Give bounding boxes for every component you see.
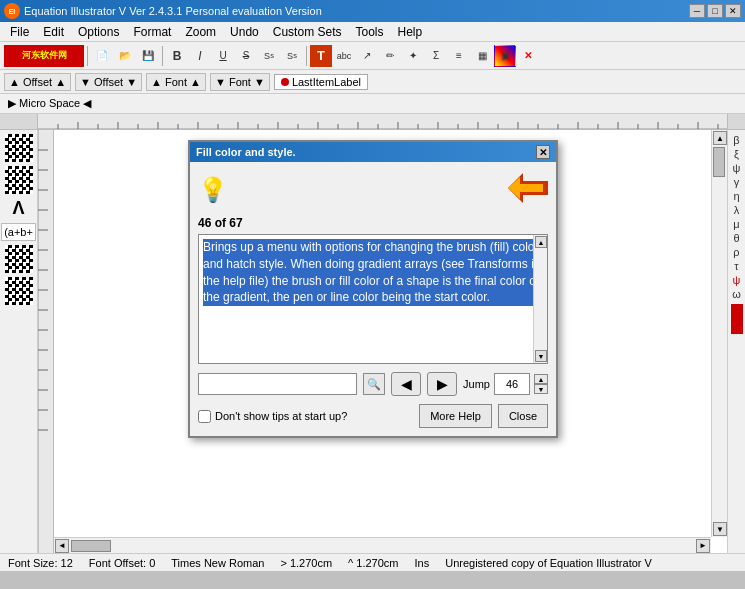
font-up-label: ▲ Font ▲ [151,76,201,88]
font-offset-label: Font Offset: 0 [89,557,155,569]
greek-omega[interactable]: ω [729,288,745,300]
toolbar-main: 河东软件网 📄 📂 💾 B I U S Ss Ss T abc ↗ ✏ ✦ Σ … [0,42,745,70]
scroll-right-btn[interactable]: ► [696,539,710,553]
tb-sup[interactable]: Ss [281,45,303,67]
greek-theta[interactable]: θ [729,232,745,244]
nav-forward-btn[interactable]: ▶ [427,372,457,396]
menu-undo[interactable]: Undo [224,23,265,41]
tb-T-btn[interactable]: T [310,45,332,67]
offset-down-label: ▼ Offset ▼ [80,76,137,88]
search-input[interactable] [198,373,357,395]
greek-lambda[interactable]: λ [729,204,745,216]
menu-tools[interactable]: Tools [349,23,389,41]
jump-input[interactable] [494,373,530,395]
tip-scroll-down[interactable]: ▼ [535,350,547,362]
ab-symbol[interactable]: (a+b+ [1,223,36,241]
font-down-label: ▼ Font ▼ [215,76,265,88]
greek-gamma[interactable]: γ [729,176,745,188]
menu-custom-sets[interactable]: Custom Sets [267,23,348,41]
menu-options[interactable]: Options [72,23,125,41]
close-dialog-button[interactable]: Close [498,404,548,428]
tb-arrow2[interactable]: ✏ [379,45,401,67]
bulb-icon: 💡 [198,176,228,204]
dialog-search-row: 🔍 ◀ ▶ Jump ▲ ▼ [198,372,548,396]
lambda-symbol[interactable]: Λ [12,198,24,219]
dialog-body: 💡 46 of 67 Brings up a menu with options… [190,162,556,436]
minimize-button[interactable]: ─ [689,4,705,18]
checker-4[interactable] [5,277,33,305]
tb-x[interactable]: ✕ [517,45,539,67]
tb-sum[interactable]: Σ [425,45,447,67]
tb-color1[interactable]: ▣ [494,45,516,67]
scroll-thumb-h[interactable] [71,540,111,552]
maximize-button[interactable]: □ [707,4,723,18]
red-bar [731,304,743,334]
search-button[interactable]: 🔍 [363,373,385,395]
tb-open[interactable]: 📂 [114,45,136,67]
spin-up[interactable]: ▲ [534,374,548,384]
greek-psi1[interactable]: ψ [729,162,745,174]
greek-mu[interactable]: μ [729,218,745,230]
scroll-left-btn[interactable]: ◄ [55,539,69,553]
greek-beta[interactable]: β [729,134,745,146]
scroll-thumb-v[interactable] [713,147,725,177]
toolbar-sep-1 [87,46,88,66]
scroll-up-btn[interactable]: ▲ [713,131,727,145]
nav-back-btn[interactable]: ◀ [391,372,421,396]
v-scrollbar[interactable]: ▲ ▼ [711,130,727,537]
menu-zoom[interactable]: Zoom [179,23,222,41]
tb-strikethrough[interactable]: S [235,45,257,67]
tb-grid[interactable]: ▦ [471,45,493,67]
tb-new[interactable]: 📄 [91,45,113,67]
ruler-right-corner [727,114,745,129]
ruler-horizontal [38,114,727,129]
font-down-btn[interactable]: ▼ Font ▼ [210,73,270,91]
offset-up-btn[interactable]: ▲ Offset ▲ [4,73,71,91]
offset-down-btn[interactable]: ▼ Offset ▼ [75,73,142,91]
greek-psi2[interactable]: ψ [729,274,745,286]
checker-3[interactable] [5,245,33,273]
tb-arrow1[interactable]: ↗ [356,45,378,67]
x-coord: > 1.270cm [280,557,332,569]
tb-abc[interactable]: abc [333,45,355,67]
last-item-label: LastItemLabel [274,74,368,90]
menu-format[interactable]: Format [127,23,177,41]
tb-star[interactable]: ✦ [402,45,424,67]
format-bar: ▲ Offset ▲ ▼ Offset ▼ ▲ Font ▲ ▼ Font ▼ … [0,70,745,94]
checker-1[interactable] [5,134,33,162]
dont-show-checkbox[interactable] [198,410,211,423]
scroll-down-btn[interactable]: ▼ [713,522,727,536]
greek-tau[interactable]: τ [729,260,745,272]
menu-edit[interactable]: Edit [37,23,70,41]
toolbar-sep-3 [306,46,307,66]
tip-text-scrollbar[interactable]: ▲ ▼ [533,235,547,363]
spin-down[interactable]: ▼ [534,384,548,394]
more-help-button[interactable]: More Help [419,404,492,428]
tb-lines[interactable]: ≡ [448,45,470,67]
app-title: Equation Illustrator V Ver 2.4.3.1 Perso… [24,5,322,17]
dialog-title-bar: Fill color and style. ✕ [190,142,556,162]
greek-rho[interactable]: ρ [729,246,745,258]
tb-bold[interactable]: B [166,45,188,67]
tip-text-area[interactable]: Brings up a menu with options for changi… [198,234,548,364]
close-button[interactable]: ✕ [725,4,741,18]
font-up-btn[interactable]: ▲ Font ▲ [146,73,206,91]
tip-scroll-up[interactable]: ▲ [535,236,547,248]
tip-counter: 46 of 67 [198,216,548,230]
menu-file[interactable]: File [4,23,35,41]
dialog-fill-color: Fill color and style. ✕ 💡 46 of [188,140,558,438]
tb-italic[interactable]: I [189,45,211,67]
right-panel: β ξ ψ γ η λ μ θ ρ τ ψ ω [727,130,745,553]
checker-2[interactable] [5,166,33,194]
menu-help[interactable]: Help [392,23,429,41]
dialog-title-text: Fill color and style. [196,146,296,158]
tb-save[interactable]: 💾 [137,45,159,67]
h-scroll-track [70,539,695,553]
tb-sub[interactable]: Ss [258,45,280,67]
h-scrollbar[interactable]: ◄ ► [54,537,711,553]
tb-underline[interactable]: U [212,45,234,67]
dialog-close-btn[interactable]: ✕ [536,145,550,159]
greek-eta[interactable]: η [729,190,745,202]
greek-xi[interactable]: ξ [729,148,745,160]
dialog-bottom-row: Don't show tips at start up? More Help C… [198,404,548,428]
